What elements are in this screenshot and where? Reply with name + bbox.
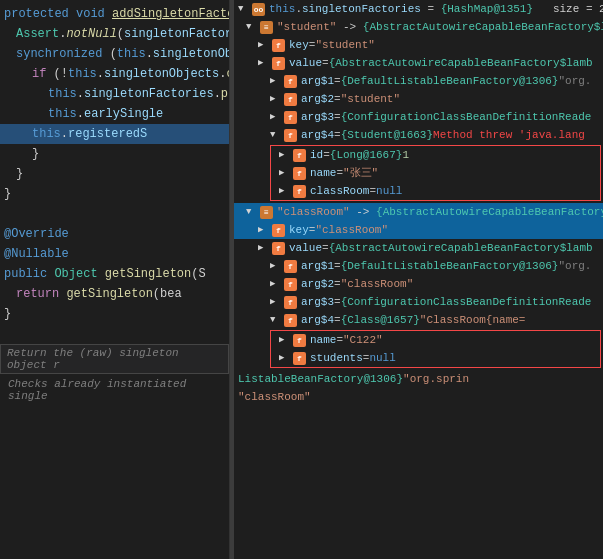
- classroom-arg3[interactable]: ▶ f arg$3 = {ConfigurationClassBeanDefin…: [234, 293, 603, 311]
- classroom-entry[interactable]: ▼ ≡ "classRoom" -> {AbstractAutowireCapa…: [234, 203, 603, 221]
- field-icon-cr-arg4: f: [284, 314, 297, 327]
- code-line-blank2: [0, 324, 229, 344]
- field-icon-id: f: [293, 149, 306, 162]
- classroom-red-group: ▶ f name = "C122" ▶ f students = null: [270, 330, 601, 368]
- method-name: addSingletonFactory: [112, 5, 230, 23]
- code-line-3: synchronized (this.singletonObjects) {: [0, 44, 229, 64]
- code-line-10: }: [0, 184, 229, 204]
- code-line-close: }: [0, 304, 229, 324]
- code-line-7-highlighted: this.registeredS: [0, 124, 229, 144]
- expand-icon-arg1: ▶: [270, 72, 282, 90]
- student-arg2[interactable]: ▶ f arg$2 = "student": [234, 90, 603, 108]
- expand-icon-classroom-field: ▶: [279, 182, 291, 200]
- tooltip-return: Return the (raw) singleton object r: [0, 344, 229, 374]
- expand-icon-classroom-value: ▶: [258, 239, 270, 257]
- student-entry[interactable]: ▼ ≡ "student" -> {AbstractAutowireCapabl…: [234, 18, 603, 36]
- student-arg1[interactable]: ▶ f arg$1 = {DefaultListableBeanFactory@…: [234, 72, 603, 90]
- map-icon-student: ≡: [260, 21, 273, 34]
- bottom-bean-factory: ListableBeanFactory@1306} "org.sprin: [234, 370, 603, 388]
- code-editor-panel: protected void addSingletonFactory(Strin…: [0, 0, 230, 559]
- classroom-arg4[interactable]: ▼ f arg$4 = {Class@1657} "ClassRoom{name…: [234, 311, 603, 329]
- bottom-classroom-string: "classRoom": [234, 388, 603, 406]
- student-classroom[interactable]: ▶ f classRoom = null: [271, 182, 600, 200]
- expand-icon: ▼: [238, 0, 250, 18]
- keyword-void: void: [76, 5, 105, 23]
- field-icon-classroom-value: f: [272, 242, 285, 255]
- student-value[interactable]: ▶ f value = {AbstractAutowireCapableBean…: [234, 54, 603, 72]
- field-icon-student-key: f: [272, 39, 285, 52]
- student-arg3[interactable]: ▶ f arg$3 = {ConfigurationClassBeanDefin…: [234, 108, 603, 126]
- expand-icon-name: ▶: [279, 164, 291, 182]
- code-line-return: return getSingleton(bea: [0, 284, 229, 304]
- map-icon-classroom: ≡: [260, 206, 273, 219]
- code-line-override: @Override: [0, 224, 229, 244]
- code-line-1: protected void addSingletonFactory(Strin…: [0, 4, 229, 24]
- code-line-getsingleton: public Object getSingleton(S: [0, 264, 229, 284]
- singletonFactories-header[interactable]: ▼ oo this.singletonFactories = {HashMap@…: [234, 0, 603, 18]
- classroom-key[interactable]: ▶ f key = "classRoom": [234, 221, 603, 239]
- classroom-name[interactable]: ▶ f name = "C122": [271, 331, 600, 349]
- expand-icon-cr-name: ▶: [279, 331, 291, 349]
- student-name[interactable]: ▶ f name = "张三": [271, 164, 600, 182]
- debug-tree: ▼ oo this.singletonFactories = {HashMap@…: [234, 0, 603, 559]
- map-icon: oo: [252, 3, 265, 16]
- student-red-group: ▶ f id = {Long@1667} 1 ▶ f name = "张三" ▶…: [270, 145, 601, 201]
- classroom-value[interactable]: ▶ f value = {AbstractAutowireCapableBean…: [234, 239, 603, 257]
- student-id[interactable]: ▶ f id = {Long@1667} 1: [271, 146, 600, 164]
- expand-icon-student-value: ▶: [258, 54, 270, 72]
- expand-icon-student: ▼: [246, 18, 258, 36]
- expand-icon-student-key: ▶: [258, 36, 270, 54]
- expand-icon-arg3: ▶: [270, 108, 282, 126]
- expand-icon-cr-arg4: ▼: [270, 311, 282, 329]
- field-icon-cr-name: f: [293, 334, 306, 347]
- expand-icon-cr-arg1: ▶: [270, 257, 282, 275]
- classroom-students[interactable]: ▶ f students = null: [271, 349, 600, 367]
- classroom-arg2[interactable]: ▶ f arg$2 = "classRoom": [234, 275, 603, 293]
- expand-icon-classroom: ▼: [246, 203, 258, 221]
- field-icon-student-value: f: [272, 57, 285, 70]
- bottom-hint: Checks already instantiated single: [0, 374, 229, 406]
- code-line-8: }: [0, 144, 229, 164]
- assert-method: notNull: [66, 25, 116, 43]
- field-icon-students: f: [293, 352, 306, 365]
- field-icon-arg1: f: [284, 75, 297, 88]
- expand-icon-students: ▶: [279, 349, 291, 367]
- code-line-blank1: [0, 204, 229, 224]
- student-arg4[interactable]: ▼ f arg$4 = {Student@1663} Method threw …: [234, 126, 603, 144]
- field-icon-cr-arg1: f: [284, 260, 297, 273]
- classroom-arg1[interactable]: ▶ f arg$1 = {DefaultListableBeanFactory@…: [234, 257, 603, 275]
- expand-icon-cr-arg2: ▶: [270, 275, 282, 293]
- student-key[interactable]: ▶ f key = "student": [234, 36, 603, 54]
- expand-icon-arg2: ▶: [270, 90, 282, 108]
- field-icon-cr-arg2: f: [284, 278, 297, 291]
- field-icon-cr-arg3: f: [284, 296, 297, 309]
- expand-icon-classroom-key: ▶: [258, 221, 270, 239]
- code-line-5: this.singletonFactories.put(beanName, si…: [0, 84, 229, 104]
- field-icon-arg3: f: [284, 111, 297, 124]
- debug-panel: ▼ oo this.singletonFactories = {HashMap@…: [234, 0, 603, 559]
- header-text: this.singletonFactories = {HashMap@1351}…: [269, 0, 603, 18]
- code-line-9: }: [0, 164, 229, 184]
- field-icon-classroom-field: f: [293, 185, 306, 198]
- code-line-4: if (!this.singletonObjects.containsKey(b…: [0, 64, 229, 84]
- expand-icon-arg4: ▼: [270, 126, 282, 144]
- code-line-2: Assert.notNull(singletonFactory, message…: [0, 24, 229, 44]
- field-icon-name: f: [293, 167, 306, 180]
- field-icon-classroom-key: f: [272, 224, 285, 237]
- code-line-nullable: @Nullable: [0, 244, 229, 264]
- field-icon-arg4: f: [284, 129, 297, 142]
- field-icon-arg2: f: [284, 93, 297, 106]
- code-line-6: this.earlySingle: [0, 104, 229, 124]
- expand-icon-id: ▶: [279, 146, 291, 164]
- expand-icon-cr-arg3: ▶: [270, 293, 282, 311]
- keyword-protected: protected: [4, 5, 69, 23]
